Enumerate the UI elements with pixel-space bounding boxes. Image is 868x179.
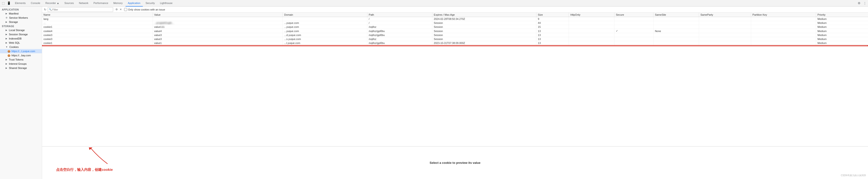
empty-cell-partitionkey[interactable]: [751, 45, 816, 46]
sidebar-item-manifest[interactable]: ▶ Manifest: [0, 11, 42, 16]
empty-cell-samesite[interactable]: [653, 45, 699, 46]
empty-row[interactable]: [42, 45, 868, 46]
col-header-priority[interactable]: Priority: [816, 12, 868, 17]
col-header-secure[interactable]: Secure: [614, 12, 653, 17]
sidebar-item-interest-groups[interactable]: ▶ Interest Groups: [0, 62, 42, 66]
tab-console[interactable]: Console: [29, 0, 42, 6]
sidebar-item-local-storage[interactable]: ▶ Local Storage: [0, 28, 42, 32]
cell-path: /oqifoz/gpl0bu: [367, 29, 432, 33]
inspect-icon[interactable]: ⬚: [1, 1, 6, 6]
empty-cell-path[interactable]: [367, 45, 432, 46]
tab-security[interactable]: Security: [143, 0, 157, 6]
sidebar-item-trust-tokens[interactable]: ▶ Trust Tokens: [0, 58, 42, 62]
col-header-name[interactable]: Name: [42, 12, 153, 17]
cell-expires: Session: [432, 25, 536, 29]
cell-path: /oqifoz/gpl0bu: [367, 33, 432, 37]
cell-priority: Medium: [816, 41, 868, 45]
sidebar-item-cookies-yuque[interactable]: 🍪 https://...l.yuque.com: [0, 49, 42, 53]
cell-sameparty: [699, 33, 751, 37]
sidebar-item-service-workers[interactable]: ⚙ Service Workers: [0, 16, 42, 20]
cell-samesite: [653, 21, 699, 25]
cell-httponly: [569, 25, 614, 29]
cell-samesite: [653, 17, 699, 21]
tab-elements[interactable]: Elements: [12, 0, 28, 6]
cell-path: /oqifoz/gpl0bu: [367, 41, 432, 45]
empty-cell-sameparty[interactable]: [699, 45, 751, 46]
trust-tokens-expand-icon: ▶: [6, 58, 7, 61]
filter-input-container: 🔍: [48, 7, 113, 12]
settings-icon[interactable]: ⚙: [857, 1, 862, 6]
device-icon[interactable]: 📱: [6, 1, 11, 6]
cell-name: cookie1: [42, 25, 153, 29]
sidebar-item-session-storage[interactable]: ▶ Session Storage: [0, 32, 42, 36]
empty-cell-expires[interactable]: [432, 45, 536, 46]
only-show-checkbox[interactable]: [124, 8, 127, 11]
sidebar-item-cookies[interactable]: ▼ Cookies: [0, 45, 42, 49]
table-row[interactable]: ... ...prnglal42xg0r... ...yuque.com / S…: [42, 21, 868, 25]
cell-partitionkey: [751, 25, 816, 29]
empty-cell-value[interactable]: [153, 45, 283, 46]
sidebar-item-cookies-bay[interactable]: 🍪 https://...bay.com: [0, 53, 42, 58]
empty-cell-secure[interactable]: [614, 45, 653, 46]
cell-httponly: [569, 37, 614, 41]
col-header-httponly[interactable]: HttpOnly: [569, 12, 614, 17]
col-header-value[interactable]: Value: [153, 12, 283, 17]
cell-secure: [614, 17, 653, 21]
filter-actions: ⚙ ✕: [115, 7, 122, 11]
sidebar-item-storage-label: Storage: [9, 21, 18, 23]
sidebar-item-storage[interactable]: ▶ Storage: [0, 20, 42, 24]
empty-cell-domain[interactable]: [283, 45, 367, 46]
sidebar-item-local-storage-label: Local Storage: [9, 29, 25, 32]
sidebar-item-trust-tokens-label: Trust Tokens: [9, 58, 23, 61]
tab-lighthouse[interactable]: Lighthouse: [157, 0, 175, 6]
main-layout: Application ▶ Manifest ⚙ Service Workers…: [0, 6, 868, 179]
col-header-sameparty[interactable]: SameParty: [699, 12, 751, 17]
cell-httponly: [569, 21, 614, 25]
col-header-expires[interactable]: Expires / Max-Age: [432, 12, 536, 17]
empty-cell-priority[interactable]: [816, 45, 868, 46]
cell-sameparty: [699, 29, 751, 33]
table-row[interactable]: cookie3 value3 ...s.yuque.com /oqifoz Se…: [42, 37, 868, 41]
col-header-samesite[interactable]: SameSite: [653, 12, 699, 17]
cell-samesite: [653, 37, 699, 41]
sidebar-item-cookies-label: Cookies: [9, 46, 19, 48]
empty-cell-name[interactable]: [42, 45, 153, 46]
tab-network[interactable]: Network: [76, 0, 91, 6]
tab-application[interactable]: Application: [125, 0, 143, 6]
col-header-path[interactable]: Path: [367, 12, 432, 17]
col-header-size[interactable]: Size: [536, 12, 569, 17]
empty-cell-size[interactable]: [536, 45, 569, 46]
tab-performance[interactable]: Performance: [91, 0, 111, 6]
sidebar-item-cookies-bay-label: https://...bay.com: [11, 54, 31, 57]
only-show-label[interactable]: Only show cookies with an issue: [124, 8, 165, 11]
table-row[interactable]: lang / 2024-02-28T08:50:34.270Z 9 Medium: [42, 17, 868, 21]
col-header-partitionkey[interactable]: Partition Key: [751, 12, 816, 17]
cell-priority: Medium: [816, 33, 868, 37]
sidebar-item-indexeddb[interactable]: ▶ IndexedDB: [0, 36, 42, 41]
cell-secure: [614, 41, 653, 45]
sidebar-item-web-sql[interactable]: ▶ Web SQL: [0, 41, 42, 45]
cell-value: ...prnglal42xg0r...: [153, 21, 283, 25]
cell-size: 15: [536, 25, 569, 29]
cell-name: lang: [42, 17, 153, 21]
table-row[interactable]: cookie1 value111 ...yuque.com /oqifoz Se…: [42, 25, 868, 29]
table-row[interactable]: cookie4 value4 ...yuque.com /oqifoz/gpl0…: [42, 29, 868, 33]
cell-sameparty: [699, 25, 751, 29]
cell-name: cookie1: [42, 41, 153, 45]
filter-clear-icon[interactable]: ✕: [119, 7, 122, 11]
table-row[interactable]: cookie1 value1 ...l.yuque.com /oqifoz/gp…: [42, 41, 868, 45]
tab-sources[interactable]: Sources: [62, 0, 76, 6]
shared-storage-expand-icon: ▶: [6, 67, 7, 69]
table-row[interactable]: cookie3 value3 ...d.yuque.com /oqifoz/gp…: [42, 33, 868, 37]
empty-cell-httponly[interactable]: [569, 45, 614, 46]
more-icon[interactable]: ⋮: [862, 1, 867, 6]
col-header-domain[interactable]: Domain: [283, 12, 367, 17]
tab-memory[interactable]: Memory: [111, 0, 125, 6]
filter-options-icon[interactable]: ⚙: [115, 7, 118, 11]
service-workers-icon: ⚙: [6, 17, 7, 19]
sidebar-item-shared-storage[interactable]: ▶ Shared Storage: [0, 66, 42, 70]
filter-input[interactable]: [52, 8, 112, 11]
refresh-icon[interactable]: ↻: [43, 7, 47, 12]
cell-priority: Medium: [816, 17, 868, 21]
tab-recorder[interactable]: Recorder ▲: [43, 0, 61, 6]
